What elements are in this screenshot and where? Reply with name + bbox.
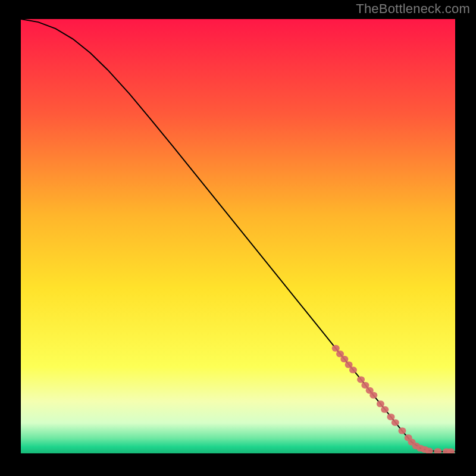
data-marker [349, 367, 357, 373]
gradient-background [21, 19, 455, 453]
data-marker [357, 376, 365, 383]
chart-frame: TheBottleneck.com [0, 0, 476, 476]
data-marker [387, 414, 394, 420]
data-marker [434, 448, 441, 453]
data-marker [381, 406, 389, 413]
data-marker [392, 419, 399, 426]
data-marker [332, 345, 340, 352]
data-marker [340, 356, 348, 362]
plot-area [21, 19, 455, 453]
data-marker [369, 392, 377, 399]
chart-svg [21, 19, 455, 453]
data-marker [398, 428, 406, 434]
data-marker [425, 447, 433, 453]
data-marker [377, 400, 384, 407]
attribution-label: TheBottleneck.com [356, 1, 470, 17]
